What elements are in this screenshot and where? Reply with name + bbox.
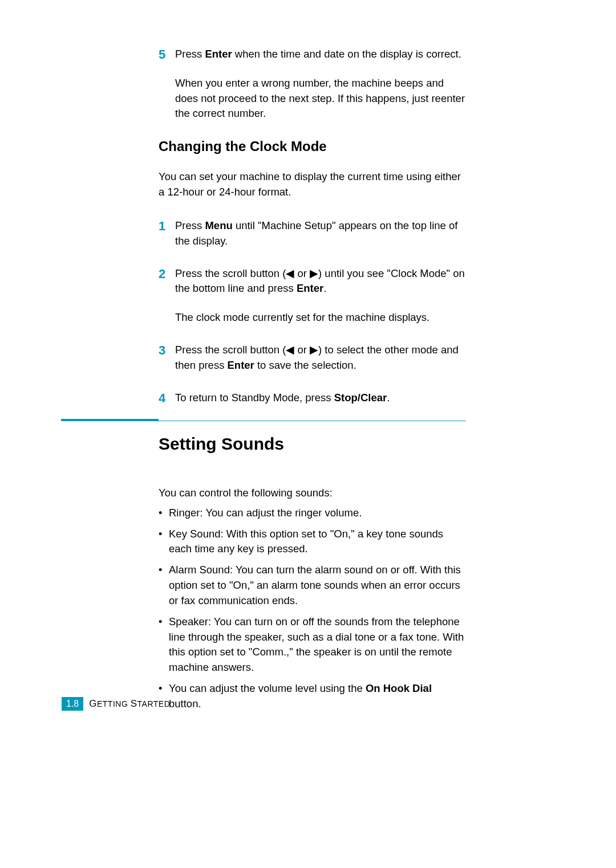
step-1: 1 Press Menu until "Machine Setup" appea…	[159, 218, 467, 249]
step-number: 2	[159, 266, 175, 325]
divider-line	[159, 421, 466, 421]
step-text: Press the scroll button (◀ or ▶) until y…	[175, 266, 467, 325]
bullet-text-part1: You can adjust the volume level using th…	[169, 682, 366, 694]
step-number: 5	[159, 47, 175, 121]
list-item: Ringer: You can adjust the ringer volume…	[159, 506, 467, 521]
step-para2: When you enter a wrong number, the machi…	[175, 76, 467, 121]
list-item: Key Sound: With this option set to "On,"…	[159, 527, 467, 557]
bullet-bold: On Hook Dial	[366, 682, 432, 694]
step-text-part1: Press	[175, 48, 205, 60]
cap1: G	[89, 698, 97, 709]
step-2: 2 Press the scroll button (◀ or ▶) until…	[159, 266, 467, 325]
list-item: Speaker: You can turn on or off the soun…	[159, 614, 467, 675]
step-para2: The clock mode currently set for the mac…	[175, 310, 467, 325]
step-3: 3 Press the scroll button (◀ or ▶) to se…	[159, 343, 467, 373]
divider-accent	[61, 419, 159, 421]
rest2: TARTED	[137, 699, 171, 708]
step-text-part1: Press	[175, 219, 205, 231]
step-text: To return to Standby Mode, press Stop/Cl…	[175, 390, 467, 407]
step-text-part1: To return to Standby Mode, press	[175, 392, 334, 404]
step-number: 3	[159, 343, 175, 373]
bullet-text-part2: button.	[169, 698, 201, 710]
step-bold: Enter	[297, 282, 323, 294]
step-bold: Enter	[205, 48, 232, 60]
cap2: S	[131, 698, 137, 709]
bullet-list: Ringer: You can adjust the ringer volume…	[159, 506, 467, 712]
step-text-part2: to save the selection.	[254, 359, 356, 371]
rest1: ETTING	[97, 699, 128, 708]
section-intro: You can control the following sounds:	[159, 486, 467, 501]
step-text: Press Enter when the time and date on th…	[175, 47, 467, 121]
subsection-heading: Changing the Clock Mode	[159, 138, 467, 154]
step-text-part2: .	[387, 392, 390, 404]
step-text-part2: when the time and date on the display is…	[232, 48, 461, 60]
step-number: 4	[159, 390, 175, 407]
list-item: Alarm Sound: You can turn the alarm soun…	[159, 563, 467, 608]
list-item: You can adjust the volume level using th…	[159, 681, 467, 712]
step-text: Press the scroll button (◀ or ▶) to sele…	[175, 343, 467, 373]
page-number: 1.8	[62, 697, 83, 711]
step-5: 5 Press Enter when the time and date on …	[159, 47, 467, 121]
section-heading: Setting Sounds	[159, 434, 467, 454]
section-divider	[61, 419, 466, 421]
subsection-intro: You can set your machine to display the …	[159, 169, 467, 200]
page-footer: 1.8 GETTING STARTED	[62, 697, 170, 711]
step-text-part2: .	[323, 282, 326, 294]
step-bold: Stop/Clear	[334, 392, 387, 404]
step-bold: Menu	[205, 219, 232, 231]
step-bold: Enter	[228, 359, 254, 371]
footer-chapter: GETTING STARTED	[89, 698, 170, 710]
step-4: 4 To return to Standby Mode, press Stop/…	[159, 390, 467, 407]
step-number: 1	[159, 218, 175, 249]
step-text: Press Menu until "Machine Setup" appears…	[175, 218, 467, 249]
